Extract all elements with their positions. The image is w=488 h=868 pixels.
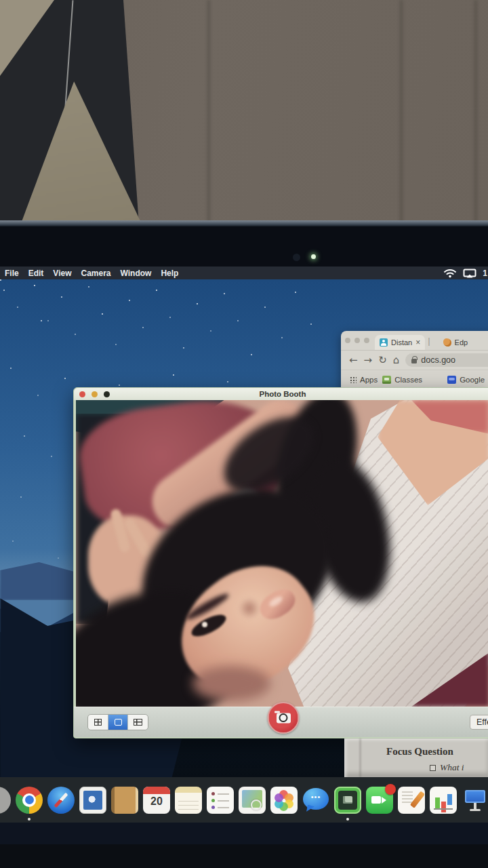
traffic-light[interactable] [354,338,360,343]
bookmark-apps[interactable]: Apps [350,376,378,384]
dock-icon-numbers[interactable] [430,787,457,814]
tab-strip: Distan × | Edp [341,331,488,350]
four-up-view-button[interactable] [88,715,108,730]
document-heading: Focus Question [386,746,453,757]
filmstrip-view-button[interactable] [127,715,148,730]
screen-bezel [0,226,488,267]
back-icon[interactable]: ← [349,355,358,366]
google-classroom-icon [447,376,456,384]
four-up-icon [94,719,102,726]
page-edge [359,738,361,777]
menu-edit[interactable]: Edit [24,269,49,278]
keynote-stem [474,803,476,809]
photo-booth-titlebar[interactable]: Photo Booth [74,388,488,400]
macos-screen: File Edit View Camera Window Help 1 [0,267,488,844]
traffic-light[interactable] [364,338,369,343]
tab-title: Edp [455,338,468,347]
close-button[interactable] [79,391,85,397]
document-list-item: What i [430,762,464,773]
dock-icon-preview[interactable] [239,787,266,814]
menu-camera[interactable]: Camera [76,269,115,278]
forward-icon[interactable]: → [364,355,373,366]
dock-icon-partial[interactable] [0,787,11,814]
running-indicator [346,818,349,821]
wifi-icon[interactable] [443,269,457,278]
tab-distance-learning[interactable]: Distan × [375,335,425,350]
ellipsis-glyph: ••• [302,793,329,801]
window-title: Photo Booth [74,390,488,398]
wall-seam [474,0,477,225]
take-photo-button[interactable] [268,702,300,734]
url-text: docs.goo [421,355,455,365]
single-view-button[interactable] [108,715,128,730]
edpuzzle-favicon-icon [443,338,451,347]
bookmark-label: Classes [394,376,422,384]
single-view-icon [115,719,122,726]
menu-file[interactable]: File [0,269,24,278]
bookmark-label: Google [460,376,485,384]
webcam-lens [293,254,300,261]
browser-toolbar: ← → ↻ ⌂ docs.goo [341,350,488,370]
apps-grid-icon [350,376,357,383]
calendar-red-strip [143,787,170,794]
bookmark-classes[interactable]: Classes [382,376,422,384]
dock-icon-chrome[interactable] [16,787,43,814]
dock-icon-safari[interactable] [47,787,75,814]
photo-booth-toolbar: Effe [74,707,488,737]
photo-wash [76,400,488,707]
wall-background [0,0,488,225]
bookmark-label: Apps [360,376,378,384]
menu-bar: File Edit View Camera Window Help 1 [0,267,488,279]
person-favicon-icon [380,338,388,347]
display-mirroring-icon[interactable] [463,269,476,278]
dock-icon-messages[interactable]: ••• [302,787,329,814]
chrome-window: Distan × | Edp ← → ↻ ⌂ docs.goo [341,331,488,395]
filmstrip-icon [134,719,142,726]
document-item-text: What i [440,762,464,773]
zoom-button[interactable] [104,391,110,397]
minimize-button[interactable] [92,391,98,397]
traffic-light[interactable] [345,338,350,343]
effects-button[interactable]: Effe [470,715,488,730]
notification-badge [385,784,396,795]
checkbox-icon[interactable] [430,765,436,771]
tab-edpuzzle[interactable]: Edp [439,335,473,350]
menu-view[interactable]: View [48,269,76,278]
lock-icon [411,359,417,363]
stars [0,279,1,281]
camera-icon [277,713,291,723]
dock-icon-keynote[interactable] [462,787,488,814]
dock-icon-mail[interactable] [79,787,106,814]
dock-icon-facetime[interactable] [366,787,393,814]
home-icon[interactable]: ⌂ [393,355,400,366]
laptop: File Edit View Camera Window Help 1 [0,220,488,868]
tab-close-icon[interactable]: × [415,338,420,347]
dock-icon-calendar[interactable]: 20 [143,787,170,814]
camera-preview [76,400,488,707]
dock-icon-notes[interactable] [175,787,202,814]
dock: 20 ••• [0,777,488,823]
wall-seam [400,0,403,225]
laptop-lid-edge [0,220,488,226]
dock-icon-pages[interactable] [398,787,425,814]
address-bar[interactable]: docs.goo [405,353,488,367]
document-peek[interactable]: Focus Question What i [344,738,488,777]
dock-icon-photo-booth[interactable] [334,787,361,814]
reload-icon[interactable]: ↻ [378,355,387,366]
dock-icon-contacts[interactable] [111,787,138,814]
video-camera-icon [371,796,381,804]
bookmark-google[interactable]: Google [447,376,485,384]
dock-icon-photos[interactable] [270,787,298,814]
classes-folder-icon [382,376,391,384]
menu-window[interactable]: Window [116,269,157,278]
photo-booth-window: Photo Booth [73,387,488,738]
webcam-active-led [311,254,316,259]
menu-help[interactable]: Help [156,269,183,278]
tab-separator: | [428,336,430,346]
view-mode-switcher [87,714,148,730]
tab-title: Distan [391,338,412,347]
dock-icon-reminders[interactable] [207,787,234,814]
keynote-board [465,790,485,803]
bookmarks-bar: Apps Classes Google [341,370,488,389]
wall-seam [207,0,210,225]
